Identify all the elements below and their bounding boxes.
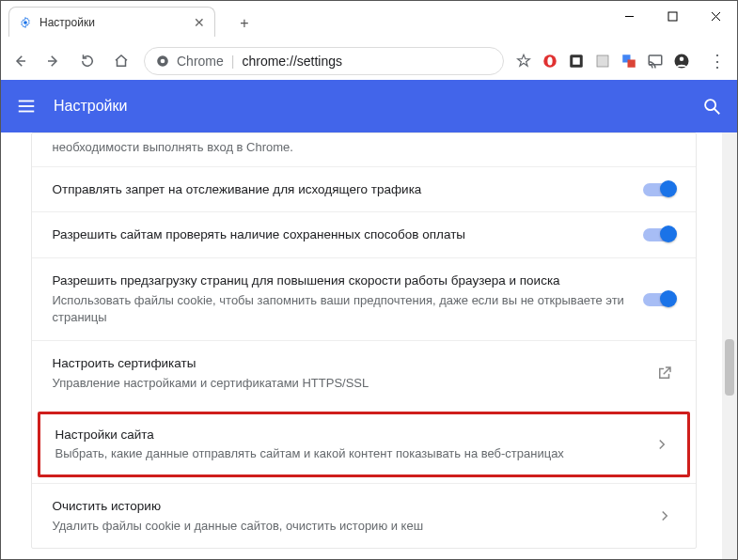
row-title: Очистить историю [53,497,639,516]
browser-menu-button[interactable]: ⋮ [705,51,730,71]
row-do-not-track[interactable]: Отправлять запрет на отслеживание для ис… [32,166,696,212]
row-clear-browsing-data[interactable]: Очистить историю Удалить файлы cookie и … [32,483,696,548]
address-prefix: Chrome [177,54,224,69]
chevron-right-icon [652,434,672,455]
address-url: chrome://settings [242,54,342,69]
row-subtitle: Удалить файлы cookie и данные сайтов, оч… [53,518,639,536]
chrome-icon [156,54,169,68]
search-button[interactable] [701,96,722,117]
toggle-switch[interactable] [643,183,675,196]
window-controls [607,1,737,31]
extension-translate-icon[interactable] [620,53,637,70]
settings-content: необходимости выполнять вход в Chrome. О… [1,132,737,560]
forward-button[interactable] [42,50,65,72]
chevron-right-icon [654,506,675,526]
row-continuation: необходимости выполнять вход в Chrome. [32,133,696,166]
tab-title: Настройки [39,16,186,29]
address-divider: | [231,54,235,69]
svg-rect-15 [628,60,636,68]
svg-point-22 [705,100,715,110]
browser-tab[interactable]: Настройки ✕ [8,7,215,37]
svg-rect-13 [597,55,608,67]
row-title: Настроить сертификаты [53,354,639,373]
address-bar[interactable]: Chrome | chrome://settings [144,47,504,75]
row-preload-pages[interactable]: Разрешить предзагрузку страниц для повыш… [32,257,696,340]
extension-avatar-icon[interactable] [673,53,690,70]
toggle-switch[interactable] [643,228,675,241]
extension-icon-2[interactable] [594,53,611,70]
extension-opera-icon[interactable] [542,53,558,70]
window-close-button[interactable] [694,1,737,31]
row-title: Разрешить предзагрузку страниц для повыш… [53,272,628,290]
row-title: Настройки сайта [55,426,636,444]
settings-appbar: Настройки [1,80,737,132]
row-title: Разрешить сайтам проверять наличие сохра… [53,226,628,244]
extension-cast-icon[interactable] [647,53,664,70]
row-manage-certificates[interactable]: Настроить сертификаты Управление настрой… [32,340,696,405]
row-subtitle: Управление настройками и сертификатами H… [53,375,639,393]
new-tab-button[interactable]: + [231,10,258,37]
window-minimize-button[interactable] [607,1,651,31]
svg-point-0 [24,21,27,24]
back-button[interactable] [8,50,31,72]
svg-rect-2 [668,12,677,21]
reload-button[interactable] [76,50,99,72]
page-scrollbar[interactable] [722,132,737,560]
privacy-card: необходимости выполнять вход в Chrome. О… [31,132,697,549]
window-titlebar: Настройки ✕ + [1,1,737,42]
svg-point-18 [680,57,684,62]
svg-line-23 [714,109,720,115]
toggle-switch[interactable] [643,293,675,306]
scrollbar-thumb[interactable] [725,339,734,396]
extension-icons [515,53,694,70]
page-title: Настройки [54,98,701,115]
row-site-settings[interactable]: Настройки сайта Выбрать, какие данные от… [38,412,690,477]
svg-point-10 [547,57,552,66]
external-link-icon [654,363,675,383]
star-icon[interactable] [515,53,532,70]
menu-button[interactable] [16,96,37,117]
row-subtitle: Использовать файлы cookie, чтобы запомни… [53,292,628,328]
close-tab-icon[interactable]: ✕ [194,15,205,30]
svg-rect-12 [573,57,580,65]
row-subtitle: Выбрать, какие данные отправлять сайтам … [55,445,636,463]
window-maximize-button[interactable] [651,1,694,31]
browser-toolbar: Chrome | chrome://settings ⋮ [1,42,737,80]
home-button[interactable] [110,50,133,72]
row-payment-methods[interactable]: Разрешить сайтам проверять наличие сохра… [32,211,696,257]
continuation-text: необходимости выполнять вход в Chrome. [53,139,675,157]
gear-icon [19,16,32,29]
extension-icon-1[interactable] [568,53,585,70]
svg-rect-16 [649,55,662,65]
svg-point-8 [161,59,165,64]
row-title: Отправлять запрет на отслеживание для ис… [53,180,628,199]
